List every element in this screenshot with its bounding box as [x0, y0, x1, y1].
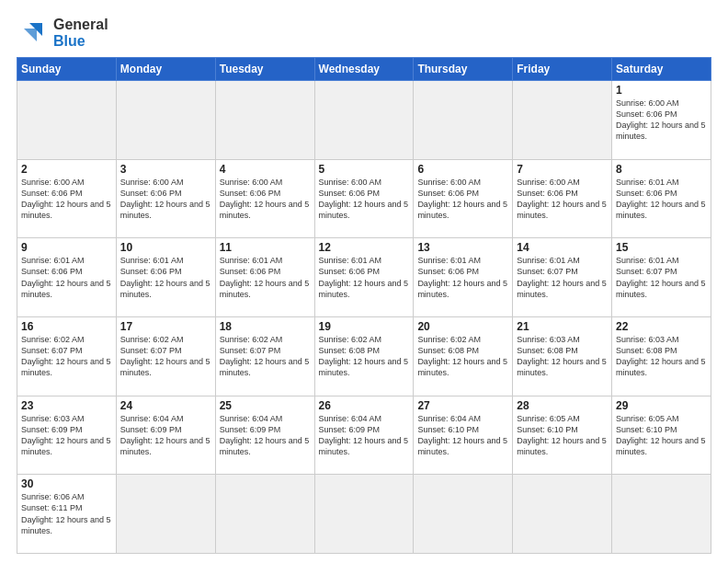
calendar-day: 1Sunrise: 6:00 AMSunset: 6:06 PMDaylight… [612, 81, 711, 160]
day-info: Sunrise: 6:01 AMSunset: 6:06 PMDaylight:… [21, 255, 112, 300]
calendar-day: 19Sunrise: 6:02 AMSunset: 6:08 PMDayligh… [314, 316, 414, 396]
logo: General Blue [17, 17, 108, 50]
day-number: 8 [616, 163, 707, 176]
page: General Blue SundayMondayTuesdayWednesda… [0, 0, 728, 563]
calendar-day [314, 81, 414, 160]
calendar-day [116, 81, 215, 160]
calendar-day: 4Sunrise: 6:00 AMSunset: 6:06 PMDaylight… [215, 159, 314, 238]
day-number: 6 [417, 163, 508, 176]
calendar-day [513, 475, 612, 554]
calendar-day: 8Sunrise: 6:01 AMSunset: 6:06 PMDaylight… [612, 159, 711, 238]
calendar-day [612, 475, 711, 554]
calendar-day [215, 475, 314, 554]
calendar-day: 22Sunrise: 6:03 AMSunset: 6:08 PMDayligh… [612, 316, 711, 396]
day-info: Sunrise: 6:00 AMSunset: 6:06 PMDaylight:… [220, 177, 311, 222]
weekday-header-sunday: Sunday [17, 58, 117, 81]
calendar-day: 25Sunrise: 6:04 AMSunset: 6:09 PMDayligh… [215, 396, 314, 475]
day-info: Sunrise: 6:02 AMSunset: 6:07 PMDaylight:… [21, 334, 112, 379]
weekday-header-thursday: Thursday [414, 58, 513, 81]
calendar-header: SundayMondayTuesdayWednesdayThursdayFrid… [17, 58, 711, 81]
day-info: Sunrise: 6:02 AMSunset: 6:07 PMDaylight:… [120, 334, 211, 379]
day-info: Sunrise: 6:03 AMSunset: 6:08 PMDaylight:… [517, 334, 608, 379]
day-number: 17 [120, 320, 211, 333]
calendar-day: 6Sunrise: 6:00 AMSunset: 6:06 PMDaylight… [414, 159, 513, 238]
day-number: 3 [120, 163, 211, 176]
calendar-day: 16Sunrise: 6:02 AMSunset: 6:07 PMDayligh… [17, 316, 117, 396]
calendar-day: 14Sunrise: 6:01 AMSunset: 6:07 PMDayligh… [513, 238, 612, 317]
day-number: 21 [517, 320, 608, 333]
day-number: 1 [616, 84, 707, 97]
calendar-day: 30Sunrise: 6:06 AMSunset: 6:11 PMDayligh… [17, 475, 117, 554]
calendar-day: 18Sunrise: 6:02 AMSunset: 6:07 PMDayligh… [215, 316, 314, 396]
calendar-day [116, 475, 215, 554]
day-info: Sunrise: 6:01 AMSunset: 6:06 PMDaylight:… [120, 255, 211, 300]
weekday-header-monday: Monday [116, 58, 215, 81]
day-info: Sunrise: 6:01 AMSunset: 6:06 PMDaylight:… [220, 255, 311, 300]
weekday-header-wednesday: Wednesday [314, 58, 414, 81]
calendar-week-3: 9Sunrise: 6:01 AMSunset: 6:06 PMDaylight… [17, 238, 711, 317]
day-number: 22 [616, 320, 707, 333]
calendar-day: 20Sunrise: 6:02 AMSunset: 6:08 PMDayligh… [414, 316, 513, 396]
calendar-day: 17Sunrise: 6:02 AMSunset: 6:07 PMDayligh… [116, 316, 215, 396]
day-number: 10 [120, 241, 211, 254]
day-info: Sunrise: 6:01 AMSunset: 6:06 PMDaylight:… [616, 177, 707, 222]
calendar-table: SundayMondayTuesdayWednesdayThursdayFrid… [17, 57, 711, 554]
day-info: Sunrise: 6:02 AMSunset: 6:07 PMDaylight:… [220, 334, 311, 379]
calendar-day: 26Sunrise: 6:04 AMSunset: 6:09 PMDayligh… [314, 396, 414, 475]
day-number: 4 [220, 163, 311, 176]
day-number: 14 [517, 241, 608, 254]
calendar-day: 5Sunrise: 6:00 AMSunset: 6:06 PMDaylight… [314, 159, 414, 238]
day-number: 28 [517, 399, 608, 412]
calendar-day [414, 475, 513, 554]
calendar-day: 10Sunrise: 6:01 AMSunset: 6:06 PMDayligh… [116, 238, 215, 317]
day-info: Sunrise: 6:04 AMSunset: 6:09 PMDaylight:… [120, 413, 211, 458]
day-info: Sunrise: 6:04 AMSunset: 6:10 PMDaylight:… [417, 413, 508, 458]
calendar-day [414, 81, 513, 160]
calendar-day: 29Sunrise: 6:05 AMSunset: 6:10 PMDayligh… [612, 396, 711, 475]
day-number: 30 [21, 477, 112, 490]
generalblue-icon [17, 19, 50, 47]
svg-marker-1 [24, 29, 37, 41]
day-info: Sunrise: 6:00 AMSunset: 6:06 PMDaylight:… [517, 177, 608, 222]
weekday-header-friday: Friday [513, 58, 612, 81]
day-info: Sunrise: 6:01 AMSunset: 6:07 PMDaylight:… [517, 255, 608, 300]
day-number: 24 [120, 399, 211, 412]
calendar-week-1: 1Sunrise: 6:00 AMSunset: 6:06 PMDaylight… [17, 81, 711, 160]
day-info: Sunrise: 6:04 AMSunset: 6:09 PMDaylight:… [319, 413, 410, 458]
day-number: 5 [319, 163, 410, 176]
day-number: 23 [21, 399, 112, 412]
weekday-header-saturday: Saturday [612, 58, 711, 81]
day-info: Sunrise: 6:01 AMSunset: 6:06 PMDaylight:… [417, 255, 508, 300]
calendar-day: 23Sunrise: 6:03 AMSunset: 6:09 PMDayligh… [17, 396, 117, 475]
day-number: 11 [220, 241, 311, 254]
day-number: 7 [517, 163, 608, 176]
logo-text: General Blue [53, 17, 108, 50]
calendar-week-6: 30Sunrise: 6:06 AMSunset: 6:11 PMDayligh… [17, 475, 711, 554]
calendar-day: 9Sunrise: 6:01 AMSunset: 6:06 PMDaylight… [17, 238, 117, 317]
day-info: Sunrise: 6:00 AMSunset: 6:06 PMDaylight:… [21, 177, 112, 222]
day-number: 9 [21, 241, 112, 254]
day-number: 13 [417, 241, 508, 254]
day-info: Sunrise: 6:05 AMSunset: 6:10 PMDaylight:… [517, 413, 608, 458]
calendar-day: 3Sunrise: 6:00 AMSunset: 6:06 PMDaylight… [116, 159, 215, 238]
header: General Blue [17, 17, 711, 50]
day-number: 12 [319, 241, 410, 254]
day-number: 25 [220, 399, 311, 412]
calendar-day: 11Sunrise: 6:01 AMSunset: 6:06 PMDayligh… [215, 238, 314, 317]
day-info: Sunrise: 6:04 AMSunset: 6:09 PMDaylight:… [220, 413, 311, 458]
calendar-week-5: 23Sunrise: 6:03 AMSunset: 6:09 PMDayligh… [17, 396, 711, 475]
day-number: 29 [616, 399, 707, 412]
day-number: 27 [417, 399, 508, 412]
day-info: Sunrise: 6:01 AMSunset: 6:07 PMDaylight:… [616, 255, 707, 300]
day-info: Sunrise: 6:01 AMSunset: 6:06 PMDaylight:… [319, 255, 410, 300]
day-info: Sunrise: 6:06 AMSunset: 6:11 PMDaylight:… [21, 491, 112, 536]
calendar-day: 15Sunrise: 6:01 AMSunset: 6:07 PMDayligh… [612, 238, 711, 317]
day-info: Sunrise: 6:00 AMSunset: 6:06 PMDaylight:… [120, 177, 211, 222]
day-info: Sunrise: 6:02 AMSunset: 6:08 PMDaylight:… [319, 334, 410, 379]
day-number: 26 [319, 399, 410, 412]
calendar-week-2: 2Sunrise: 6:00 AMSunset: 6:06 PMDaylight… [17, 159, 711, 238]
calendar-day: 27Sunrise: 6:04 AMSunset: 6:10 PMDayligh… [414, 396, 513, 475]
calendar-day [314, 475, 414, 554]
calendar-day [17, 81, 117, 160]
calendar-body: 1Sunrise: 6:00 AMSunset: 6:06 PMDaylight… [17, 81, 711, 554]
